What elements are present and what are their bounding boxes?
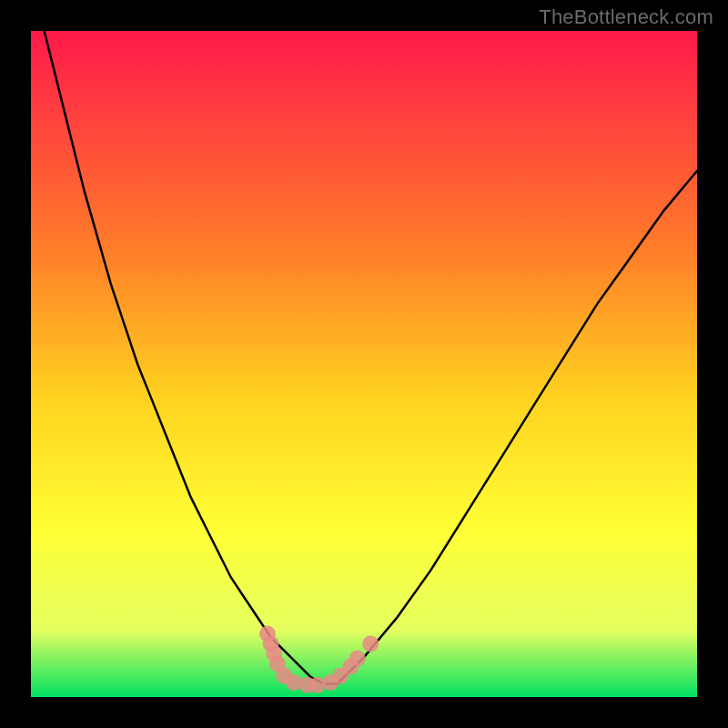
- marker-pt-l: [349, 651, 366, 667]
- plot-area: [31, 31, 697, 697]
- chart-frame: TheBottleneck.com: [0, 0, 728, 728]
- marker-pt-m: [362, 635, 379, 652]
- chart-svg: [31, 31, 697, 697]
- watermark-text: TheBottleneck.com: [539, 5, 713, 29]
- gradient-background: [31, 31, 697, 697]
